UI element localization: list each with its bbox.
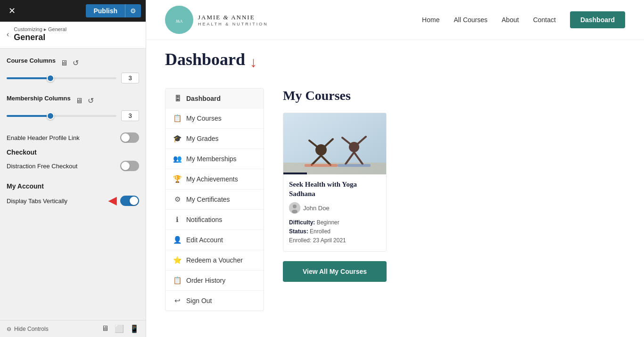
panel-header: ‹ Customizing ▸ General General bbox=[0, 22, 146, 49]
my-courses-heading: My Courses bbox=[283, 88, 625, 103]
course-info: Seek Health with Yoga Sadhana John Doe bbox=[283, 174, 386, 251]
logo-circle: J&A bbox=[165, 6, 193, 34]
distraction-free-toggle[interactable] bbox=[120, 161, 139, 171]
membership-columns-section: Membership Columns 🖥 ↺ bbox=[7, 95, 139, 121]
course-card: Seek Health with Yoga Sadhana John Doe bbox=[283, 113, 387, 252]
desktop-icon-2[interactable]: 🖥 bbox=[75, 97, 83, 105]
redeem-voucher-nav-label: Redeem a Voucher bbox=[186, 256, 243, 264]
display-tabs-label: Display Tabs Vertically bbox=[7, 197, 67, 205]
nav-dashboard-button[interactable]: Dashboard bbox=[570, 11, 625, 28]
view-all-courses-button[interactable]: View All My Courses bbox=[283, 261, 387, 282]
membership-columns-slider[interactable] bbox=[7, 115, 116, 117]
course-columns-slider-row bbox=[7, 73, 139, 83]
sidebar-item-my-grades[interactable]: 🎓 My Grades bbox=[165, 129, 264, 149]
redeem-voucher-icon: ⭐ bbox=[173, 256, 182, 264]
distraction-free-label: Distraction Free Checkout bbox=[7, 163, 77, 170]
sidebar-item-dashboard[interactable]: 🎛 Dashboard bbox=[165, 89, 264, 108]
course-thumbnail bbox=[283, 113, 386, 174]
my-account-section: My Account Display Tabs Vertically ◀ bbox=[7, 182, 139, 207]
sidebar-item-order-history[interactable]: 📋 Order History bbox=[165, 271, 264, 291]
my-grades-icon: 🎓 bbox=[173, 134, 182, 143]
course-columns-slider[interactable] bbox=[7, 77, 116, 79]
sidebar-item-my-achievements[interactable]: 🏆 My Achievements bbox=[165, 169, 264, 189]
hide-controls-label: Hide Controls bbox=[14, 326, 49, 332]
order-history-icon: 📋 bbox=[173, 276, 182, 285]
distraction-free-row: Distraction Free Checkout bbox=[7, 161, 139, 171]
site-nav: Home All Courses About Contact Dashboard bbox=[422, 11, 625, 28]
hide-controls-button[interactable]: ⊖ Hide Controls bbox=[7, 326, 49, 332]
enrolled-value: 23 April 2021 bbox=[313, 237, 346, 244]
mobile-preview-icon[interactable]: 📱 bbox=[130, 324, 139, 333]
course-title: Seek Health with Yoga Sadhana bbox=[289, 180, 380, 198]
panel-content: Course Columns 🖥 ↺ Membership Columns 🖥 … bbox=[0, 49, 146, 320]
tablet-preview-icon[interactable]: ⬜ bbox=[115, 324, 124, 333]
author-row: John Doe bbox=[289, 202, 380, 214]
course-meta: Difficulty: Beginner Status: Enrolled En… bbox=[289, 218, 380, 246]
dashboard-icon: 🎛 bbox=[173, 94, 182, 102]
membership-columns-header: Membership Columns 🖥 ↺ bbox=[7, 95, 139, 107]
my-grades-nav-label: My Grades bbox=[186, 135, 218, 142]
header-profile-toggle[interactable] bbox=[120, 132, 139, 143]
nav-contact[interactable]: Contact bbox=[533, 16, 556, 24]
my-certificates-nav-label: My Certificates bbox=[186, 196, 230, 203]
my-courses-icon: 📋 bbox=[173, 114, 182, 123]
page-heading-row: Dashboard ↓ bbox=[165, 49, 625, 79]
reset-icon-2[interactable]: ↺ bbox=[88, 96, 94, 105]
customizer-toolbar: ✕ Publish ⚙ bbox=[0, 0, 146, 22]
desktop-icon[interactable]: 🖥 bbox=[60, 59, 68, 67]
my-achievements-icon: 🏆 bbox=[173, 175, 182, 183]
main-area: Dashboard ↓ 🎛 Dashboard 📋 My Courses 🎓 M… bbox=[146, 40, 644, 325]
sidebar-item-my-certificates[interactable]: ⚙ My Certificates bbox=[165, 189, 264, 210]
enrolled-label: Enrolled: bbox=[289, 237, 311, 244]
dashboard-sidebar: 🎛 Dashboard 📋 My Courses 🎓 My Grades 👥 M… bbox=[165, 88, 264, 311]
my-certificates-icon: ⚙ bbox=[173, 195, 182, 204]
my-account-title: My Account bbox=[7, 182, 139, 190]
sidebar-item-sign-out[interactable]: ↩ Sign Out bbox=[165, 291, 264, 311]
nav-about[interactable]: About bbox=[502, 16, 519, 24]
dashboard-main: My Courses bbox=[264, 88, 625, 311]
sidebar-item-notifications[interactable]: ℹ Notifications bbox=[165, 210, 264, 230]
red-arrow-down: ↓ bbox=[250, 54, 257, 70]
desktop-preview-icon[interactable]: 🖥 bbox=[101, 324, 109, 333]
checkout-title: Checkout bbox=[7, 148, 139, 156]
red-arrow-left: ◀ bbox=[108, 195, 116, 207]
membership-columns-value[interactable] bbox=[121, 110, 139, 121]
back-button[interactable]: ‹ bbox=[7, 30, 9, 39]
header-profile-row: Enable Header Profile Link bbox=[7, 132, 139, 143]
display-tabs-row: Display Tabs Vertically ◀ bbox=[7, 195, 139, 207]
author-avatar bbox=[289, 202, 300, 214]
breadcrumb-text: Customizing ▸ General bbox=[14, 26, 66, 33]
reset-icon[interactable]: ↺ bbox=[73, 58, 79, 67]
publish-gear-button[interactable]: ⚙ bbox=[125, 4, 141, 17]
footer-icons: 🖥 ⬜ 📱 bbox=[101, 324, 139, 333]
breadcrumb: Customizing ▸ General General bbox=[14, 26, 66, 42]
course-columns-value[interactable] bbox=[121, 73, 139, 83]
sidebar-item-my-courses[interactable]: 📋 My Courses bbox=[165, 108, 264, 129]
dashboard-layout: 🎛 Dashboard 📋 My Courses 🎓 My Grades 👥 M… bbox=[165, 88, 625, 311]
svg-rect-15 bbox=[305, 164, 338, 167]
site-header: J&A JAMIE & ANNIE HEALTH & NUTRITION Hom… bbox=[146, 0, 644, 40]
my-courses-nav-label: My Courses bbox=[186, 115, 222, 122]
dashboard-nav-label: Dashboard bbox=[186, 95, 221, 102]
header-profile-label: Enable Header Profile Link bbox=[7, 134, 80, 141]
sidebar-item-redeem-voucher[interactable]: ⭐ Redeem a Voucher bbox=[165, 250, 264, 271]
close-button[interactable]: ✕ bbox=[5, 4, 19, 18]
panel-footer: ⊖ Hide Controls 🖥 ⬜ 📱 bbox=[0, 320, 146, 337]
difficulty-value: Beginner bbox=[317, 219, 339, 226]
nav-home[interactable]: Home bbox=[422, 16, 439, 24]
sign-out-nav-label: Sign Out bbox=[186, 297, 212, 304]
sidebar-item-my-memberships[interactable]: 👥 My Memberships bbox=[165, 149, 264, 169]
customizer-panel: ✕ Publish ⚙ ‹ Customizing ▸ General Gene… bbox=[0, 0, 146, 337]
svg-rect-16 bbox=[338, 164, 371, 167]
svg-point-18 bbox=[293, 205, 297, 208]
course-columns-label: Course Columns bbox=[7, 57, 56, 64]
display-tabs-toggle[interactable] bbox=[120, 196, 139, 206]
publish-button[interactable]: Publish bbox=[86, 4, 125, 17]
sidebar-item-edit-account[interactable]: 👤 Edit Account bbox=[165, 230, 264, 250]
nav-all-courses[interactable]: All Courses bbox=[454, 16, 487, 24]
order-history-nav-label: Order History bbox=[186, 277, 225, 284]
membership-columns-label: Membership Columns bbox=[7, 95, 71, 102]
author-name: John Doe bbox=[303, 205, 330, 212]
logo-text-block: JAMIE & ANNIE HEALTH & NUTRITION bbox=[198, 13, 268, 26]
status-label: Status: bbox=[289, 228, 308, 235]
